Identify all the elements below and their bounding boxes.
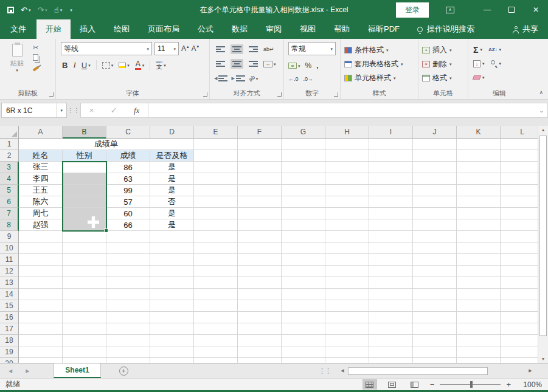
cell-A9[interactable] <box>19 231 63 242</box>
cell-G1[interactable] <box>282 139 325 150</box>
row-header-5[interactable]: 5 <box>0 185 19 196</box>
cell-G8[interactable] <box>282 219 325 231</box>
decrease-indent-icon[interactable]: ◀ <box>214 75 227 81</box>
cell-B4[interactable] <box>63 173 106 185</box>
cell-G18[interactable] <box>282 335 325 346</box>
cell-J2[interactable] <box>413 150 457 162</box>
cell-L11[interactable] <box>501 254 538 266</box>
decrease-font-icon[interactable]: A▾ <box>192 44 199 53</box>
scroll-up-icon[interactable]: ▲ <box>538 128 548 132</box>
cell-K20[interactable] <box>457 358 501 363</box>
cell-H2[interactable] <box>325 150 369 162</box>
cell-K5[interactable] <box>457 185 501 196</box>
fill-button[interactable]: ↓▾ <box>473 60 485 67</box>
ribbon-display-options-icon[interactable]: ∧ <box>446 7 454 13</box>
cell-C4[interactable]: 63 <box>106 173 150 185</box>
cell-H7[interactable] <box>325 208 369 219</box>
cell-A13[interactable] <box>19 277 63 289</box>
minimize-button[interactable]: — <box>475 0 499 19</box>
cell-C11[interactable] <box>106 254 150 266</box>
cell-K4[interactable] <box>457 173 501 185</box>
cell-E18[interactable] <box>194 335 238 346</box>
align-middle-icon[interactable] <box>231 44 243 54</box>
cell-A1-merged-title[interactable]: 成绩单 <box>19 139 194 150</box>
cell-B20[interactable] <box>63 358 106 363</box>
cell-C5[interactable]: 99 <box>106 185 150 196</box>
cell-K13[interactable] <box>457 277 501 289</box>
cell-E1[interactable] <box>194 139 238 150</box>
cell-L15[interactable] <box>501 300 538 312</box>
zoom-out-icon[interactable]: − <box>430 380 435 389</box>
cell-J1[interactable] <box>413 139 457 150</box>
tab-help[interactable]: 帮助 <box>325 19 359 39</box>
cell-J19[interactable] <box>413 346 457 358</box>
cell-I14[interactable] <box>369 289 413 300</box>
cell-D5[interactable]: 是 <box>150 185 194 196</box>
row-header-12[interactable]: 12 <box>0 266 19 277</box>
zoom-level[interactable]: 100% <box>519 380 542 389</box>
page-break-view-button[interactable] <box>408 379 422 390</box>
cell-H15[interactable] <box>325 300 369 312</box>
collapse-ribbon-icon[interactable]: ∧ <box>539 89 543 95</box>
page-layout-view-button[interactable] <box>385 379 400 390</box>
cell-G16[interactable] <box>282 312 325 323</box>
cell-E6[interactable] <box>194 196 238 208</box>
cell-I18[interactable] <box>369 335 413 346</box>
tab-review[interactable]: 审阅 <box>257 19 291 39</box>
sheet-nav-left-icon[interactable]: ◀ <box>9 368 12 374</box>
align-bottom-icon[interactable] <box>247 44 260 54</box>
cell-F3[interactable] <box>238 162 282 173</box>
cell-E10[interactable] <box>194 242 238 254</box>
align-right-icon[interactable] <box>247 59 260 69</box>
cell-G14[interactable] <box>282 289 325 300</box>
cell-F8[interactable] <box>238 219 282 231</box>
font-name-select[interactable]: 等线▾ <box>61 42 152 55</box>
cell-J15[interactable] <box>413 300 457 312</box>
maximize-button[interactable] <box>499 0 524 19</box>
underline-button[interactable]: U▾ <box>82 61 91 70</box>
cell-D10[interactable] <box>150 242 194 254</box>
wrap-text-icon[interactable]: ab↵ <box>263 46 274 52</box>
borders-button[interactable]: ▾ <box>102 62 114 69</box>
cell-D17[interactable] <box>150 323 194 335</box>
cell-H3[interactable] <box>325 162 369 173</box>
cell-B11[interactable] <box>63 254 106 266</box>
formula-input[interactable]: ⌄ <box>148 103 548 118</box>
paste-dropdown-icon[interactable]: ▾ <box>16 68 18 72</box>
cell-D3[interactable]: 是 <box>150 162 194 173</box>
cell-E3[interactable] <box>194 162 238 173</box>
cell-L7[interactable] <box>501 208 538 219</box>
cell-E4[interactable] <box>194 173 238 185</box>
orientation-button[interactable]: ab▾ <box>249 75 258 81</box>
cell-F17[interactable] <box>238 323 282 335</box>
cell-C8[interactable]: 66 <box>106 219 150 231</box>
cell-H13[interactable] <box>325 277 369 289</box>
font-size-dropdown-icon[interactable]: ▾ <box>173 47 176 51</box>
cell-D18[interactable] <box>150 335 194 346</box>
cell-D11[interactable] <box>150 254 194 266</box>
cell-A11[interactable] <box>19 254 63 266</box>
touch-mode-button[interactable]: ☝▾ <box>54 6 62 14</box>
cell-E20[interactable] <box>194 358 238 363</box>
row-header-4[interactable]: 4 <box>0 173 19 185</box>
column-header-F[interactable]: F <box>238 126 282 139</box>
format-as-table-button[interactable]: 套用表格格式▾ <box>344 57 418 71</box>
cell-K12[interactable] <box>457 266 501 277</box>
format-painter-icon[interactable] <box>33 64 39 70</box>
cell-I4[interactable] <box>369 173 413 185</box>
cell-C12[interactable] <box>106 266 150 277</box>
cell-H9[interactable] <box>325 231 369 242</box>
cell-G9[interactable] <box>282 231 325 242</box>
cell-G2[interactable] <box>282 150 325 162</box>
cell-L3[interactable] <box>501 162 538 173</box>
copy-icon[interactable] <box>33 54 39 61</box>
cell-F20[interactable] <box>238 358 282 363</box>
cell-L18[interactable] <box>501 335 538 346</box>
cell-F5[interactable] <box>238 185 282 196</box>
cell-K18[interactable] <box>457 335 501 346</box>
cell-A8[interactable]: 赵强 <box>19 219 63 231</box>
cell-B3[interactable] <box>63 162 106 173</box>
cell-K6[interactable] <box>457 196 501 208</box>
cell-L8[interactable] <box>501 219 538 231</box>
cell-K14[interactable] <box>457 289 501 300</box>
